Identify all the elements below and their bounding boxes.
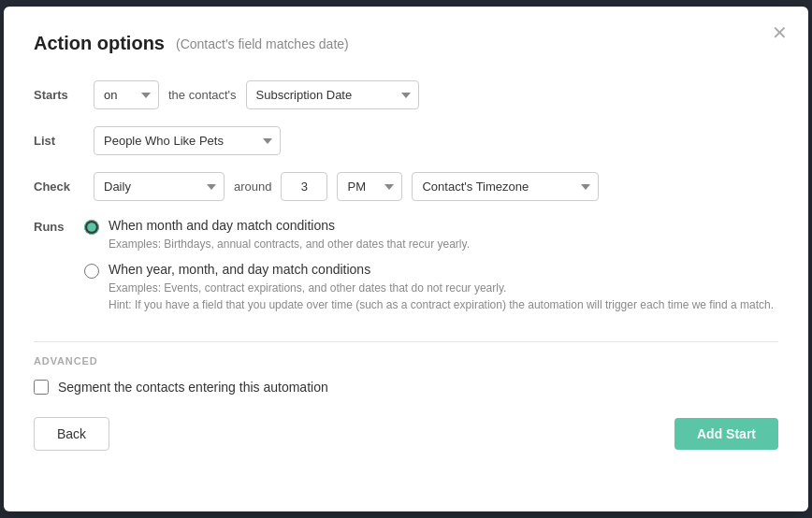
- advanced-label: ADVANCED: [34, 355, 778, 367]
- starts-on-select[interactable]: on before after: [94, 80, 159, 109]
- list-row: List People Who Like Pets All Contacts N…: [34, 126, 778, 155]
- modal-header: Action options (Contact's field matches …: [34, 33, 778, 54]
- around-text: around: [234, 180, 271, 194]
- runs-option1-radio[interactable]: [84, 220, 99, 235]
- runs-option2: When year, month, and day match conditio…: [84, 262, 778, 313]
- action-options-modal: Action options (Contact's field matches …: [4, 7, 808, 511]
- modal-footer: Back Add Start: [34, 417, 778, 451]
- close-button[interactable]: ✕: [772, 23, 788, 42]
- list-label: List: [34, 134, 84, 148]
- back-button[interactable]: Back: [34, 417, 109, 451]
- advanced-divider: [34, 341, 778, 342]
- starts-label: Starts: [34, 88, 84, 102]
- runs-option1-label: When month and day match conditions: [109, 218, 470, 233]
- list-select[interactable]: People Who Like Pets All Contacts Newsle…: [94, 126, 281, 155]
- modal-subtitle: (Contact's field matches date): [176, 36, 349, 51]
- check-label: Check: [34, 180, 84, 194]
- runs-label: Runs: [34, 220, 84, 234]
- the-contacts-text: the contact's: [168, 88, 237, 102]
- segment-checkbox[interactable]: [34, 380, 49, 395]
- starts-row: Starts on before after the contact's Sub…: [34, 80, 778, 109]
- segment-checkbox-label: Segment the contacts entering this autom…: [58, 380, 328, 395]
- runs-option1-desc: Examples: Birthdays, annual contracts, a…: [109, 236, 470, 252]
- runs-option2-desc: Examples: Events, contract expirations, …: [109, 280, 774, 313]
- frequency-select[interactable]: Daily Weekly Monthly: [94, 172, 225, 201]
- segment-checkbox-row: Segment the contacts entering this autom…: [34, 380, 778, 395]
- add-start-button[interactable]: Add Start: [674, 418, 778, 450]
- check-row: Check Daily Weekly Monthly around AM PM …: [34, 172, 778, 201]
- modal-title: Action options: [34, 33, 165, 54]
- runs-row: Runs When month and day match conditions…: [34, 218, 778, 324]
- runs-option2-radio[interactable]: [84, 264, 99, 279]
- timezone-select[interactable]: Contact's Timezone UTC EST PST: [412, 172, 599, 201]
- runs-option2-label: When year, month, and day match conditio…: [109, 262, 774, 277]
- field-select[interactable]: Subscription Date Birthday Anniversary C…: [246, 80, 419, 109]
- runs-option1: When month and day match conditions Exam…: [84, 218, 778, 252]
- ampm-select[interactable]: AM PM: [337, 172, 402, 201]
- time-input[interactable]: [281, 172, 327, 201]
